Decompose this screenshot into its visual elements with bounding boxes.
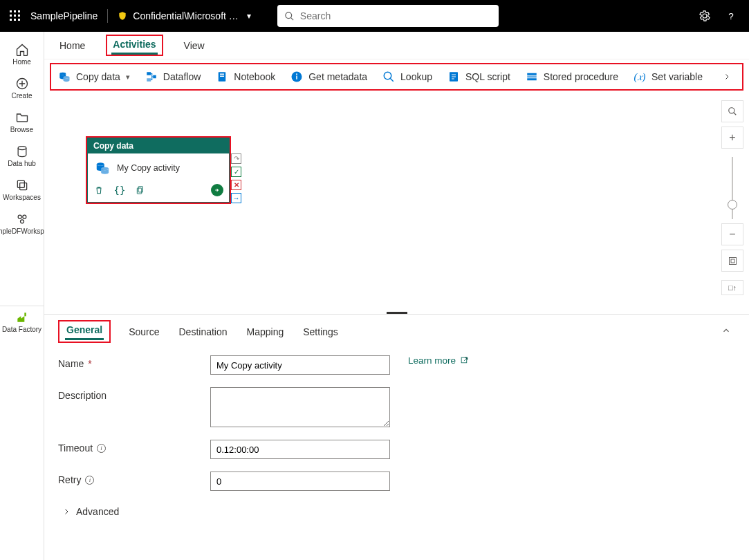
zoom-slider[interactable] xyxy=(732,157,733,219)
layout-toggle-button[interactable]: □↑ xyxy=(721,280,743,295)
activity-set-variable[interactable]: (𝑥) Set variable xyxy=(634,71,703,83)
rail-label: Home xyxy=(12,58,31,66)
port-skip-icon[interactable]: ↷ xyxy=(231,153,241,164)
plus-circle-icon xyxy=(15,77,29,91)
activity-label: Lookup xyxy=(400,71,432,82)
learn-more-link[interactable]: Learn more xyxy=(408,355,469,366)
activity-label: Get metadata xyxy=(308,71,367,82)
rail-item-home[interactable]: Home xyxy=(0,39,44,70)
rail-item-workspaces[interactable]: Workspaces xyxy=(0,174,44,205)
ribbon-tabs: Home Activities View xyxy=(44,32,749,59)
collapse-panel-button[interactable] xyxy=(721,326,735,337)
activity-lookup[interactable]: Lookup xyxy=(382,71,432,83)
settings-button[interactable] xyxy=(696,8,713,24)
rail-item-datahub[interactable]: Data hub xyxy=(0,140,44,171)
advanced-label: Advanced xyxy=(76,506,119,517)
activity-get-metadata[interactable]: Get metadata xyxy=(290,71,367,83)
tab-view[interactable]: View xyxy=(183,37,206,54)
pipeline-canvas[interactable]: Copy data My Copy activity {} ↷ xyxy=(44,95,749,311)
svg-point-22 xyxy=(384,72,391,80)
svg-rect-6 xyxy=(19,183,26,190)
code-button[interactable]: {} xyxy=(114,185,125,196)
svg-rect-26 xyxy=(527,76,537,78)
svg-point-28 xyxy=(97,162,104,166)
rail-item-sample-workspace[interactable]: SampleDFWorkspace xyxy=(0,208,44,239)
timeout-input[interactable] xyxy=(210,440,390,459)
help-button[interactable]: ? xyxy=(723,8,739,24)
search-input[interactable] xyxy=(300,10,492,21)
svg-text:?: ? xyxy=(728,11,734,21)
divider xyxy=(107,9,108,23)
toolbar-overflow-button[interactable] xyxy=(719,73,735,81)
database-icon xyxy=(15,144,29,158)
activity-notebook[interactable]: Notebook xyxy=(216,71,275,83)
zoom-slider-thumb[interactable] xyxy=(728,200,737,209)
activity-dataflow[interactable]: Dataflow xyxy=(145,71,201,83)
activity-label: Stored procedure xyxy=(544,71,618,82)
tab-activities[interactable]: Activities xyxy=(111,36,157,55)
advanced-toggle[interactable]: Advanced xyxy=(62,506,735,517)
rail-item-data-factory[interactable]: Data Factory xyxy=(0,306,44,552)
chevron-down-icon: ▾ xyxy=(247,11,251,21)
copy-button[interactable] xyxy=(135,185,146,196)
svg-point-29 xyxy=(101,167,109,171)
svg-rect-17 xyxy=(220,74,224,75)
svg-point-4 xyxy=(18,147,26,150)
port-success-icon[interactable]: ✓ xyxy=(231,167,241,177)
svg-line-1 xyxy=(290,17,293,20)
database-icon xyxy=(58,71,71,83)
search-icon xyxy=(728,106,737,116)
retry-input[interactable] xyxy=(210,472,390,491)
activity-sql-script[interactable]: SQL script xyxy=(447,71,510,83)
left-nav-rail: Home Create Browse Data hub Workspaces S… xyxy=(0,32,44,560)
info-icon xyxy=(290,71,303,83)
activity-stored-procedure[interactable]: Stored procedure xyxy=(526,71,618,83)
run-button[interactable] xyxy=(211,184,223,196)
prop-tab-destination[interactable]: Destination xyxy=(178,324,229,340)
main-area: Home Activities View Copy data ▾ Dataflo… xyxy=(44,32,749,560)
zoom-search-button[interactable] xyxy=(721,100,743,122)
rail-item-browse[interactable]: Browse xyxy=(0,106,44,138)
prop-tab-general[interactable]: General xyxy=(65,321,104,340)
description-label: Description xyxy=(58,387,196,401)
svg-point-21 xyxy=(296,73,297,75)
svg-point-7 xyxy=(18,215,21,218)
prop-tab-source[interactable]: Source xyxy=(127,324,160,340)
activity-label: Dataflow xyxy=(163,71,201,82)
prop-tab-mapping[interactable]: Mapping xyxy=(246,324,286,340)
script-icon xyxy=(447,71,460,83)
fit-to-screen-button[interactable] xyxy=(721,250,743,272)
breadcrumb-text: Confidential\Microsoft … xyxy=(133,10,239,21)
sensitivity-breadcrumb[interactable]: Confidential\Microsoft … ▾ xyxy=(118,10,251,21)
tab-home[interactable]: Home xyxy=(58,37,86,54)
fit-icon xyxy=(728,256,738,266)
prop-tab-settings[interactable]: Settings xyxy=(302,324,340,340)
workspace-icon xyxy=(15,212,29,226)
delete-button[interactable] xyxy=(93,185,104,196)
external-link-icon xyxy=(460,356,469,365)
zoom-out-button[interactable]: − xyxy=(721,223,743,245)
port-completion-icon[interactable]: → xyxy=(231,193,241,203)
folder-icon xyxy=(15,111,29,124)
activity-label: Copy data xyxy=(76,71,120,82)
svg-rect-31 xyxy=(137,188,141,194)
description-input[interactable] xyxy=(210,387,390,427)
activity-label: Set variable xyxy=(651,71,703,82)
rail-item-create[interactable]: Create xyxy=(0,73,44,104)
name-input[interactable] xyxy=(210,355,390,375)
zoom-in-button[interactable]: + xyxy=(721,127,743,149)
search-box[interactable] xyxy=(277,5,499,27)
svg-point-0 xyxy=(286,12,292,18)
node-header: Copy data xyxy=(88,138,229,153)
svg-rect-35 xyxy=(731,259,734,263)
variable-icon: (𝑥) xyxy=(634,71,646,83)
copy-data-activity-node[interactable]: Copy data My Copy activity {} ↷ xyxy=(87,138,230,203)
app-launcher-icon[interactable] xyxy=(10,10,21,21)
info-icon[interactable]: i xyxy=(97,444,106,453)
port-failure-icon[interactable]: ✕ xyxy=(231,180,241,190)
activity-copy-data[interactable]: Copy data ▾ xyxy=(58,71,130,83)
data-factory-icon xyxy=(15,310,29,324)
info-icon[interactable]: i xyxy=(85,476,94,485)
svg-line-33 xyxy=(734,113,737,115)
search-icon xyxy=(284,11,295,21)
